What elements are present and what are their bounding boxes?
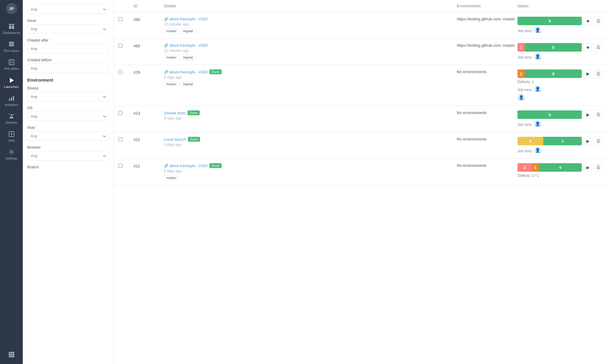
- sidebar-item-jobs[interactable]: Jobs: [0, 128, 23, 146]
- tag-master-89: master: [164, 55, 179, 60]
- menu-btn-21[interactable]: ☰: [594, 163, 602, 172]
- filter-created-after-input[interactable]: [27, 44, 109, 53]
- col-details: Details: [164, 4, 457, 8]
- checkbox-90[interactable]: [118, 17, 122, 21]
- row-details-29: 🔗 allure-freestyle - #304 Done 6 days ag…: [164, 69, 457, 87]
- user-avatar[interactable]: JP: [6, 3, 17, 14]
- table-header: ID Details Environments Status: [114, 0, 607, 12]
- menu-btn-23[interactable]: ☰: [594, 110, 602, 119]
- row-details-89: 🔗allure-freestyle - #309 12 minutes ago …: [164, 43, 457, 60]
- menu-btn-22[interactable]: ☰: [594, 137, 602, 145]
- col-checkbox: [118, 4, 134, 8]
- row-link-23[interactable]: Smoke tests: [164, 111, 186, 115]
- play-btn-21[interactable]: ▶: [584, 163, 592, 172]
- col-status: Status: [517, 4, 602, 8]
- filter-created-before-input[interactable]: [27, 64, 109, 73]
- environment-section-title: Environment: [27, 78, 109, 83]
- defects-29: Defects: 1: [517, 80, 602, 84]
- sidebar-item-dashboards[interactable]: Dashboards: [0, 20, 23, 38]
- sidebar-item-dashboards-label: Dashboards: [2, 31, 20, 35]
- jobs-icon: [8, 131, 15, 137]
- sidebar-item-testplans[interactable]: Test plans: [0, 56, 23, 74]
- seg-red-89: 1: [517, 43, 525, 52]
- svg-rect-22: [8, 352, 10, 354]
- seg-green-89: 8: [525, 43, 582, 52]
- seg-green-29: 8: [525, 69, 582, 78]
- link-icon-90: 🔗: [164, 17, 168, 21]
- row-checkbox-22: [118, 137, 134, 141]
- filter-browser-select[interactable]: Any: [27, 151, 109, 160]
- row-env-29: No environments: [457, 69, 517, 74]
- play-btn-22[interactable]: ▶: [584, 137, 592, 145]
- sidebar-item-integrations[interactable]: [0, 348, 23, 361]
- row-link-90[interactable]: allure-freestyle - #310: [169, 17, 208, 21]
- row-checkbox-89: [118, 43, 134, 48]
- svg-rect-24: [12, 352, 14, 354]
- row-link-21[interactable]: allure-freestyle - #303: [169, 163, 208, 168]
- row-link-22[interactable]: Local launch: [164, 137, 186, 142]
- table-row: #90 🔗allure-freestyle - #310 12 minutes …: [114, 12, 607, 39]
- svg-line-16: [9, 114, 10, 115]
- sidebar-item-launches[interactable]: Launches: [0, 74, 23, 92]
- stop-btn-89[interactable]: ■: [584, 43, 592, 52]
- svg-rect-0: [9, 24, 11, 25]
- filter-os-section: OS Any: [27, 106, 109, 121]
- menu-btn-29[interactable]: ☰: [594, 69, 602, 78]
- done-badge-29: Done: [209, 69, 222, 74]
- job-runs-22: Job runs: 👤: [517, 147, 602, 154]
- sidebar-item-settings[interactable]: Settings: [0, 146, 23, 163]
- row-checkbox-23: [118, 110, 134, 115]
- avatar-90: 👤: [534, 26, 541, 34]
- svg-rect-28: [8, 356, 10, 358]
- svg-rect-5: [9, 43, 14, 45]
- checkbox-21[interactable]: [118, 164, 122, 168]
- row-id-22: #22: [134, 137, 164, 142]
- defects-icon: [8, 113, 15, 120]
- filter-branch-label: Branch: [27, 165, 109, 169]
- main-content: ID Details Environments Status #90 🔗allu…: [114, 0, 607, 364]
- svg-rect-7: [9, 60, 14, 65]
- sidebar-item-analytics[interactable]: Analytics: [0, 92, 23, 110]
- filter-device-section: Device Any: [27, 86, 109, 101]
- job-runs-23: Job runs: 👤: [517, 120, 602, 127]
- tag-regular-89: regular: [181, 55, 196, 60]
- filter-os-select[interactable]: Any: [27, 112, 109, 121]
- job-runs-89: Job runs: 👤: [517, 53, 602, 60]
- svg-rect-3: [12, 26, 14, 29]
- filter-any-select[interactable]: Any: [27, 5, 109, 14]
- link-icon-21: 🔗: [164, 163, 168, 168]
- filter-created-before-section: Created before: [27, 58, 109, 73]
- filter-host-select[interactable]: Any: [27, 131, 109, 141]
- table-row: #23 Smoke tests Done 6 days ago No envir…: [114, 106, 607, 132]
- filter-device-select[interactable]: Any: [27, 92, 109, 101]
- sidebar-item-testcases[interactable]: Test cases: [0, 38, 23, 56]
- svg-point-21: [11, 151, 12, 153]
- sidebar-item-defects[interactable]: Defects: [0, 110, 23, 128]
- sidebar-item-jobs-label: Jobs: [8, 139, 15, 143]
- row-status-29: 1 8 ▶ ☰ Defects: 1 Job runs: 👤 👤: [517, 69, 602, 101]
- stop-btn-90[interactable]: ■: [584, 17, 592, 25]
- integrations-icon: [8, 351, 15, 358]
- checkbox-22[interactable]: [118, 137, 122, 141]
- filter-issue-select[interactable]: Any: [27, 24, 109, 34]
- svg-rect-12: [9, 99, 10, 101]
- checkbox-89[interactable]: [118, 44, 122, 48]
- tag-master-29: master: [164, 81, 179, 87]
- row-link-89[interactable]: allure-freestyle - #309: [169, 43, 208, 48]
- sidebar-item-launches-label: Launches: [4, 85, 19, 89]
- row-link-29[interactable]: allure-freestyle - #304: [169, 70, 208, 74]
- play-btn-29[interactable]: ▶: [584, 69, 592, 78]
- checkbox-23[interactable]: [118, 111, 122, 115]
- sidebar-item-defects-label: Defects: [6, 121, 17, 125]
- play-btn-23[interactable]: ▶: [584, 110, 592, 119]
- filter-branch-section: Branch: [27, 165, 109, 169]
- testcases-icon: [8, 41, 15, 48]
- menu-btn-90[interactable]: ☰: [594, 17, 602, 25]
- sidebar-item-testplans-label: Test plans: [4, 67, 19, 71]
- row-time-21: 6 days ago: [164, 169, 457, 173]
- job-runs-29: Job runs: 👤: [517, 85, 602, 93]
- table-row: #22 Local launch Done 6 days ago No envi…: [114, 132, 607, 159]
- checkbox-29[interactable]: [118, 70, 122, 74]
- menu-btn-89[interactable]: ☰: [594, 43, 602, 52]
- row-time-89: 12 minutes ago: [164, 49, 457, 53]
